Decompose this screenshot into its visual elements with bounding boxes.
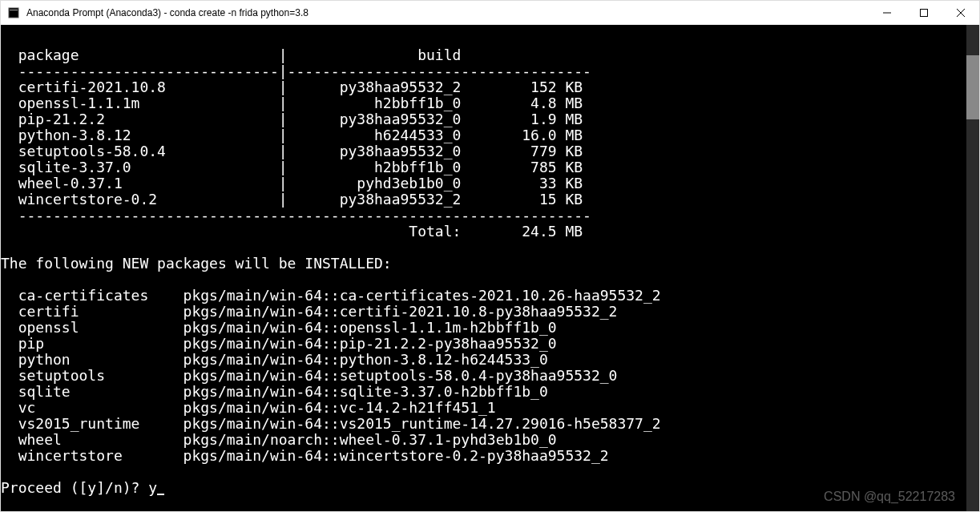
scrollbar-thumb[interactable] [966, 55, 979, 119]
window-controls [869, 1, 979, 25]
svg-rect-1 [10, 10, 18, 10]
maximize-button[interactable] [905, 1, 942, 25]
proceed-input[interactable]: y [148, 479, 157, 496]
window: Anaconda Prompt (Anaconda3) - conda crea… [0, 0, 980, 512]
minimize-button[interactable] [869, 1, 905, 25]
scrollbar-track[interactable] [966, 25, 979, 511]
app-icon [7, 6, 20, 19]
window-title: Anaconda Prompt (Anaconda3) - conda crea… [26, 7, 309, 18]
svg-rect-0 [9, 8, 18, 18]
terminal[interactable]: package | build ------------------------… [1, 25, 979, 511]
close-button[interactable] [942, 1, 979, 25]
svg-rect-3 [921, 10, 928, 17]
titlebar[interactable]: Anaconda Prompt (Anaconda3) - conda crea… [1, 1, 979, 25]
terminal-content: package | build ------------------------… [1, 31, 979, 496]
cursor [157, 494, 164, 495]
proceed-prompt: Proceed ([y]/n)? [1, 479, 148, 496]
